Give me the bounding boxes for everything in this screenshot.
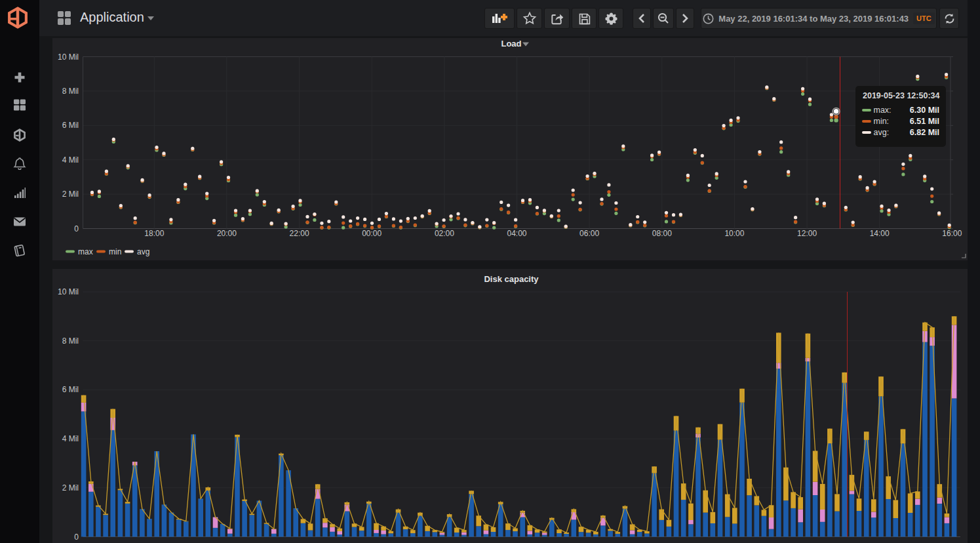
svg-text:8 Mil: 8 Mil	[62, 336, 79, 346]
svg-text:4 Mil: 4 Mil	[62, 434, 79, 443]
svg-text:6 Mil: 6 Mil	[62, 385, 79, 394]
svg-text:10 Mil: 10 Mil	[58, 287, 79, 296]
svg-text:Disk capacity: Disk capacity	[484, 274, 539, 284]
svg-text:2 Mil: 2 Mil	[62, 483, 79, 493]
svg-text:0: 0	[74, 533, 79, 542]
